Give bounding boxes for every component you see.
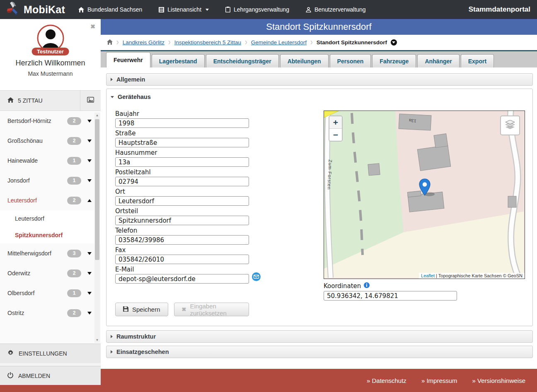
tab-feuerwehr[interactable]: Feuerwehr xyxy=(106,52,150,67)
field-label: Ort xyxy=(115,188,249,195)
sidebar-subitem-spitzkunnersdorf[interactable]: Spitzkunnersdorf xyxy=(0,227,101,243)
sidebar-item-bertsdorf[interactable]: Bertsdorf-Hörnitz 2 xyxy=(0,111,101,131)
footer-link-datenschutz[interactable]: » Datenschutz xyxy=(367,377,406,384)
tab-export[interactable]: Export xyxy=(461,54,494,67)
sidebar-item-olbersdorf[interactable]: Olbersdorf 1 xyxy=(0,283,101,303)
save-button[interactable]: Speichern xyxy=(115,303,168,316)
caret-up-icon[interactable] xyxy=(87,199,92,202)
caret-down-icon[interactable] xyxy=(87,252,92,255)
breadcrumb: › Landkreis Görlitz › Inspektionsbereich… xyxy=(101,35,537,50)
tab-fahrzeuge[interactable]: Fahrzeuge xyxy=(372,54,416,67)
tabbar: Feuerwehr Lagerbestand Entscheidungsträg… xyxy=(101,51,537,67)
map-image-button[interactable] xyxy=(80,91,101,111)
breadcrumb-separator: › xyxy=(245,36,247,48)
map-attribution: Leaflet | Topographische Karte Sachsen ©… xyxy=(419,273,525,279)
footer-link-versionshinweise[interactable]: » Versionshinweise xyxy=(472,377,525,384)
sidebar-subitem-leutersdorf[interactable]: Leutersdorf xyxy=(0,210,101,227)
caret-down-icon[interactable] xyxy=(87,292,92,295)
sidebar-item-oderwitz[interactable]: Oderwitz 2 xyxy=(0,263,101,283)
fax-field[interactable] xyxy=(115,255,249,264)
sidebar-item-einstellungen[interactable]: EINSTELLUNGEN xyxy=(0,344,101,363)
footer-link-impressum[interactable]: » Impressum xyxy=(421,377,457,384)
ort-field[interactable] xyxy=(115,196,249,206)
zoom-in-button[interactable]: + xyxy=(329,116,342,129)
sidebar-item-grossschoenau[interactable]: Großschönau 2 xyxy=(0,131,101,151)
tab-abteilungen[interactable]: Abteilungen xyxy=(280,54,329,67)
field-label: Postleitzahl xyxy=(115,168,249,176)
leaflet-link[interactable]: Leaflet xyxy=(421,273,435,278)
caret-down-icon[interactable] xyxy=(87,139,92,142)
region-home-button[interactable]: 5 ZITTAU xyxy=(0,91,80,111)
caret-down-icon[interactable] xyxy=(87,179,92,182)
nav-item-listenansicht[interactable]: Listenansicht xyxy=(159,6,209,13)
caret-down-icon[interactable] xyxy=(87,120,92,123)
location-map[interactable]: Zum Forsten 13a 134 + − xyxy=(324,111,525,279)
scroll-down-icon[interactable]: ▼ xyxy=(94,338,100,342)
power-icon xyxy=(7,372,13,380)
breadcrumb-link-landkreis[interactable]: Landkreis Görlitz xyxy=(123,39,164,46)
coordinates-field[interactable] xyxy=(324,291,457,301)
scroll-up-icon[interactable]: ▲ xyxy=(94,113,100,117)
ortsteil-field[interactable] xyxy=(115,216,249,225)
close-icon[interactable]: ✖ xyxy=(90,23,95,30)
field-label: Telefon xyxy=(115,227,249,234)
info-icon[interactable] xyxy=(364,282,370,290)
caret-down-icon[interactable] xyxy=(87,159,92,162)
field-label: E-Mail xyxy=(115,266,249,273)
brand[interactable]: MobiKat xyxy=(0,2,65,17)
page-title: Standort Spitzkunnersdorf xyxy=(266,22,371,32)
home-icon xyxy=(78,7,84,12)
nav-item-benutzerverwaltung[interactable]: Benutzerverwaltung xyxy=(306,6,366,13)
count-badge: 2 xyxy=(67,137,81,145)
field-label: Straße xyxy=(115,130,249,137)
strasse-field[interactable] xyxy=(115,138,249,147)
email-field[interactable] xyxy=(115,274,249,284)
breadcrumb-link-gemeinde[interactable]: Gemeinde Leutersdorf xyxy=(251,39,307,46)
sidebar-item-abmelden[interactable]: ABMELDEN xyxy=(0,366,101,385)
field-label: Baujahr xyxy=(115,110,249,118)
user-icon xyxy=(306,7,311,12)
accordion-einsatzgeschehen[interactable]: Einsatzgeschehen xyxy=(106,346,533,358)
reset-button[interactable]: ✖ Eingaben zurücksetzen xyxy=(174,303,249,316)
count-badge: 1 xyxy=(67,289,81,297)
building-label: 13a xyxy=(409,118,416,124)
welcome-heading: Herzlich Willkommen xyxy=(0,59,101,67)
field-label: Fax xyxy=(115,246,249,254)
map-marker-icon[interactable] xyxy=(418,178,431,197)
scrollbar-thumb[interactable] xyxy=(95,119,99,260)
field-label: Hausnummer xyxy=(115,149,249,156)
breadcrumb-home-icon[interactable] xyxy=(107,39,113,46)
accordion-geraetehaus[interactable]: Gerätehaus xyxy=(106,89,532,105)
geraetehaus-panel: Gerätehaus Baujahr Straße Hausnummer Pos… xyxy=(106,89,533,326)
caret-down-icon[interactable] xyxy=(87,272,92,275)
geraetehaus-form: Baujahr Straße Hausnummer Postleitzahl O… xyxy=(115,110,249,316)
baujahr-field[interactable] xyxy=(115,118,249,128)
nav-item-lehrgangsverwaltung[interactable]: Lehrgangsverwaltung xyxy=(225,6,289,13)
tab-personen[interactable]: Personen xyxy=(330,54,371,67)
count-badge: 1 xyxy=(67,177,81,185)
count-badge: 2 xyxy=(67,309,81,317)
tab-entscheidungstraeger[interactable]: Entscheidungsträger xyxy=(206,54,279,67)
accordion-allgemein[interactable]: Allgemein xyxy=(106,73,533,86)
sidebar-item-mittelherwigsdorf[interactable]: Mittelherwigsdorf 3 xyxy=(0,243,101,263)
tab-anhaenger[interactable]: Anhänger xyxy=(417,54,459,67)
region-row: 5 ZITTAU xyxy=(0,90,101,111)
hausnummer-field[interactable] xyxy=(115,157,249,167)
tab-lagerbestand[interactable]: Lagerbestand xyxy=(152,54,205,67)
sidebar-item-hainewalde[interactable]: Hainewalde 1 xyxy=(0,151,101,171)
breadcrumb-dropdown-icon[interactable] xyxy=(391,39,397,46)
postleitzahl-field[interactable] xyxy=(115,177,249,186)
sidebar-item-ostritz[interactable]: Ostritz 2 xyxy=(0,303,101,323)
sidebar-scrollbar[interactable]: ▲ ▼ xyxy=(94,113,100,343)
telefon-field[interactable] xyxy=(115,235,249,245)
sidebar-item-leutersdorf[interactable]: Leutersdorf 2 xyxy=(0,190,101,210)
nav-item-bundesland[interactable]: Bundesland Sachsen xyxy=(78,6,142,13)
x-icon: ✖ xyxy=(182,306,186,313)
breadcrumb-link-inspektionsbereich[interactable]: Inspektionsbereich 5 Zittau xyxy=(174,39,241,46)
caret-down-icon[interactable] xyxy=(87,312,92,315)
email-icon[interactable] xyxy=(252,272,261,283)
sidebar-item-jonsdorf[interactable]: Jonsdorf 1 xyxy=(0,171,101,190)
map-layers-button[interactable] xyxy=(500,115,520,135)
accordion-raumstruktur[interactable]: Raumstruktur xyxy=(106,330,533,343)
zoom-out-button[interactable]: − xyxy=(329,129,342,141)
